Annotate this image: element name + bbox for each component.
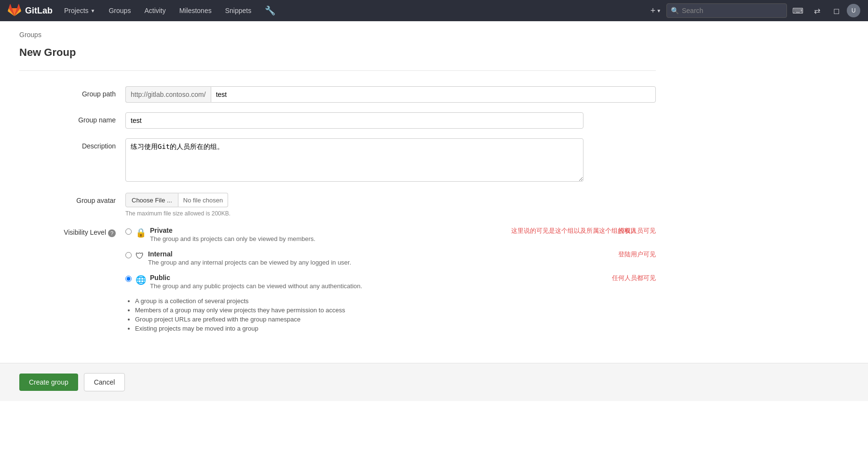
group-path-row: Group path http://gitlab.contoso.com/ [19, 86, 656, 103]
visibility-radio-private[interactable] [125, 228, 132, 235]
description-row: Description 练习使用Git的人员所在的组。 [19, 138, 656, 183]
visibility-radio-internal[interactable] [125, 252, 132, 258]
visibility-internal-content: Internal The group and any internal proj… [148, 250, 595, 266]
wrench-icon[interactable]: 🔧 [259, 0, 281, 21]
nav-groups[interactable]: Groups [103, 0, 136, 21]
visibility-label-wrap: Visibility Level ? [19, 227, 125, 237]
path-prefix: http://gitlab.contoso.com/ [125, 86, 211, 103]
nav-projects[interactable]: Projects ▼ [58, 0, 101, 21]
info-bullet-1: A group is a collection of several proje… [135, 297, 656, 305]
choose-file-button[interactable]: Choose File ... [125, 193, 178, 207]
merge-request-icon[interactable]: ⇄ [808, 2, 826, 19]
brand-text: GitLab [25, 6, 53, 16]
visibility-radio-public[interactable] [125, 276, 132, 282]
divider [19, 70, 656, 71]
navbar: GitLab Projects ▼ Groups Activity Milest… [0, 0, 868, 21]
visibility-internal-title: Internal [148, 250, 595, 258]
navbar-right: + ▼ 🔍 ⌨ ⇄ ◻ U [647, 2, 860, 19]
no-file-chosen-label: No file chosen [178, 193, 228, 207]
visibility-public-content: Public The group and any public projects… [150, 274, 589, 290]
visibility-label: Visibility Level [64, 228, 106, 236]
breadcrumb: Groups [19, 31, 656, 39]
group-name-label: Group name [19, 112, 125, 124]
visibility-option-public: 🌐 Public The group and any public projec… [125, 274, 656, 290]
group-path-input-wrap: http://gitlab.contoso.com/ [125, 86, 656, 103]
group-path-control: http://gitlab.contoso.com/ [125, 86, 656, 103]
group-avatar-row: Group avatar Choose File ... No file cho… [19, 193, 656, 217]
issues-icon[interactable]: ◻ [827, 2, 845, 19]
description-input[interactable]: 练习使用Git的人员所在的组。 [125, 138, 583, 182]
description-label: Description [19, 138, 125, 150]
file-input-wrap: Choose File ... No file chosen [125, 193, 656, 207]
chevron-down-icon: ▼ [656, 8, 661, 13]
visibility-public-desc: The group and any public projects can be… [150, 282, 589, 290]
visibility-internal-annotation: 登陆用户可见 [618, 250, 656, 259]
group-avatar-label: Group avatar [19, 193, 125, 204]
form-footer: Create group Cancel [0, 363, 868, 401]
visibility-public-title: Public [150, 274, 589, 281]
chevron-down-icon: ▼ [91, 8, 95, 13]
file-hint: The maximum file size allowed is 200KB. [125, 210, 656, 217]
cancel-button[interactable]: Cancel [84, 373, 125, 391]
group-avatar-control: Choose File ... No file chosen The maxim… [125, 193, 656, 217]
globe-icon: 🌐 [136, 275, 146, 285]
group-name-control [125, 112, 656, 129]
nav-snippets[interactable]: Snippets [219, 0, 257, 21]
info-bullet-4: Existing projects may be moved into a gr… [135, 325, 656, 332]
info-bullet-2: Members of a group may only view project… [135, 307, 656, 314]
visibility-private-desc: The group and its projects can only be v… [150, 235, 595, 242]
search-icon: 🔍 [671, 7, 679, 14]
visibility-annotation: 这里说的可见是这个组以及所属这个组的项目 [511, 227, 637, 235]
nav-activity[interactable]: Activity [138, 0, 171, 21]
search-box[interactable]: 🔍 [666, 3, 787, 18]
info-list: A group is a collection of several proje… [135, 297, 656, 332]
group-path-label: Group path [19, 86, 125, 98]
shield-icon: 🛡 [136, 251, 144, 261]
visibility-row: Visibility Level ? 这里说的可见是这个组以及所属这个组的项目 … [19, 227, 656, 334]
search-input[interactable] [682, 7, 783, 14]
visibility-public-annotation: 任何人员都可见 [612, 274, 656, 282]
plus-button[interactable]: + ▼ [647, 2, 665, 19]
info-bullet-3: Group project URLs are prefixed with the… [135, 316, 656, 323]
keyboard-shortcut-icon[interactable]: ⌨ [789, 2, 806, 19]
visibility-options: 这里说的可见是这个组以及所属这个组的项目 🔒 Private The group… [125, 227, 656, 334]
group-path-input[interactable] [211, 86, 656, 103]
group-name-input[interactable] [125, 112, 583, 129]
page-title: New Group [19, 46, 656, 59]
description-control: 练习使用Git的人员所在的组。 [125, 138, 656, 183]
new-group-form: Group path http://gitlab.contoso.com/ Gr… [19, 86, 656, 334]
visibility-internal-desc: The group and any internal projects can … [148, 259, 595, 266]
user-avatar[interactable]: U [847, 4, 860, 17]
nav-milestones[interactable]: Milestones [174, 0, 217, 21]
help-icon[interactable]: ? [108, 229, 116, 237]
page-content: Groups New Group Group path http://gitla… [0, 21, 675, 353]
gitlab-brand[interactable]: GitLab [8, 4, 53, 17]
lock-icon: 🔒 [136, 227, 146, 238]
visibility-option-internal: 🛡 Internal The group and any internal pr… [125, 250, 656, 266]
create-group-button[interactable]: Create group [19, 374, 78, 391]
group-name-row: Group name [19, 112, 656, 129]
